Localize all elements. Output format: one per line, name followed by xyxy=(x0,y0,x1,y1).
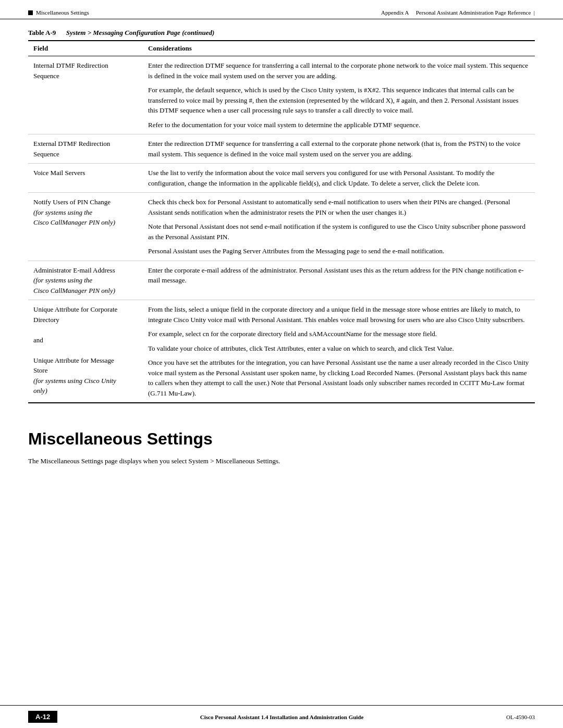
consideration-paragraph: Enter the redirection DTMF sequence for … xyxy=(148,60,530,81)
col-header-field: Field xyxy=(28,41,143,56)
considerations-cell: Enter the redirection DTMF sequence for … xyxy=(143,56,535,134)
field-cell: Internal DTMF RedirectionSequence xyxy=(28,56,143,134)
considerations-cell: From the lists, select a unique field in… xyxy=(143,300,535,403)
table-caption: Table A-9 System > Messaging Configurati… xyxy=(28,29,535,37)
header-left-text: Miscellaneous Settings xyxy=(36,9,89,16)
table-row: Administrator E-mail Address(for systems… xyxy=(28,261,535,300)
footer-center-text: Cisco Personal Assistant 1.4 Installatio… xyxy=(57,714,506,720)
misc-section-title: Miscellaneous Settings xyxy=(28,429,535,449)
table-row: Voice Mail ServersUse the list to verify… xyxy=(28,164,535,193)
table-row: Notify Users of PIN Change(for systems u… xyxy=(28,193,535,261)
misc-section-description: The Miscellaneous Settings page displays… xyxy=(28,456,535,467)
page-header: Miscellaneous Settings Appendix A Person… xyxy=(0,0,563,19)
considerations-cell: Enter the corporate e-mail address of th… xyxy=(143,261,535,300)
footer-left: A-12 xyxy=(28,711,57,723)
page-number-badge: A-12 xyxy=(28,711,57,723)
consideration-paragraph: For example, select cn for the corporate… xyxy=(148,329,530,339)
field-cell: Administrator E-mail Address(for systems… xyxy=(28,261,143,300)
considerations-cell: Check this check box for Personal Assist… xyxy=(143,193,535,261)
consideration-paragraph: Enter the redirection DTMF sequence for … xyxy=(148,139,530,159)
considerations-cell: Enter the redirection DTMF sequence for … xyxy=(143,134,535,164)
header-right: Appendix A Personal Assistant Administra… xyxy=(381,9,535,16)
footer-right-text: OL-4590-03 xyxy=(506,714,535,720)
consideration-paragraph: Check this check box for Personal Assist… xyxy=(148,197,530,217)
header-appendix: Appendix A xyxy=(381,9,409,16)
considerations-cell: Use the list to verify the information a… xyxy=(143,164,535,193)
field-italic: (for systems using theCisco CallManager … xyxy=(33,276,115,294)
table-label: Table A-9 xyxy=(28,29,56,36)
consideration-paragraph: From the lists, select a unique field in… xyxy=(148,304,530,325)
field-cell: Unique Attribute for CorporateDirectorya… xyxy=(28,300,143,403)
page-footer: A-12 Cisco Personal Assistant 1.4 Instal… xyxy=(0,705,563,728)
table-row: Unique Attribute for CorporateDirectorya… xyxy=(28,300,535,403)
consideration-paragraph: Personal Assistant uses the Paging Serve… xyxy=(148,246,530,256)
misc-section: Miscellaneous Settings The Miscellaneous… xyxy=(0,419,563,488)
consideration-paragraph: Enter the corporate e-mail address of th… xyxy=(148,265,530,286)
table-row: External DTMF RedirectionSequenceEnter t… xyxy=(28,134,535,164)
consideration-paragraph: Note that Personal Assistant does not se… xyxy=(148,221,530,242)
consideration-paragraph: For example, the default sequence, which… xyxy=(148,85,530,116)
col-header-considerations: Considerations xyxy=(143,41,535,56)
main-table: Field Considerations Internal DTMF Redir… xyxy=(28,40,535,403)
consideration-paragraph: To validate your choice of attributes, c… xyxy=(148,343,530,354)
main-content: Table A-9 System > Messaging Configurati… xyxy=(0,19,563,403)
field-cell: Voice Mail Servers xyxy=(28,164,143,193)
header-right-text: Personal Assistant Administration Page R… xyxy=(416,9,531,16)
consideration-paragraph: Once you have set the attributes for the… xyxy=(148,357,530,398)
field-cell: External DTMF RedirectionSequence xyxy=(28,134,143,164)
table-row: Internal DTMF RedirectionSequenceEnter t… xyxy=(28,56,535,134)
field-italic: (for systems using theCisco CallManager … xyxy=(33,208,115,227)
table-caption-text: System > Messaging Configuration Page (c… xyxy=(66,29,214,36)
header-square-icon xyxy=(28,10,33,15)
header-left: Miscellaneous Settings xyxy=(28,9,89,16)
consideration-paragraph: Refer to the documentation for your voic… xyxy=(148,120,530,130)
consideration-paragraph: Use the list to verify the information a… xyxy=(148,168,530,188)
table-header-row: Field Considerations xyxy=(28,41,535,56)
field-italic: (for systems using Cisco Unityonly) xyxy=(33,377,116,395)
field-cell: Notify Users of PIN Change(for systems u… xyxy=(28,193,143,261)
